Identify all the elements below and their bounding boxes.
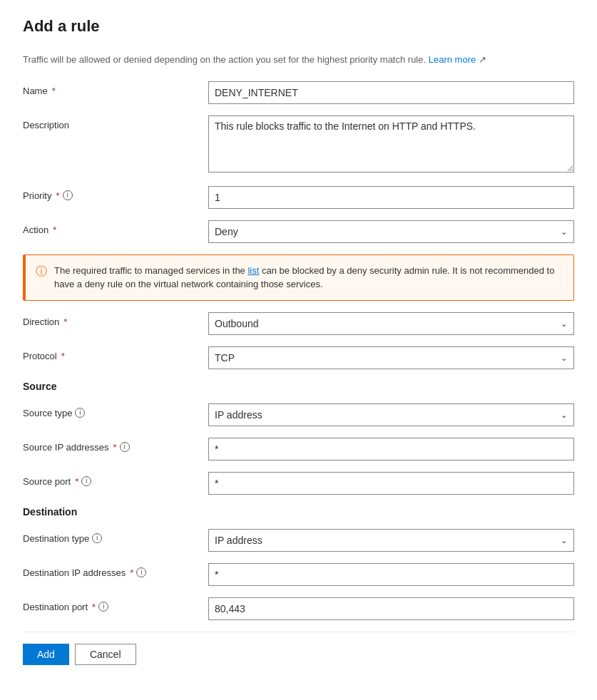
source-port-input[interactable] xyxy=(208,472,574,495)
destination-type-info-icon[interactable]: i xyxy=(92,533,102,543)
source-ip-input[interactable] xyxy=(208,438,574,460)
cancel-button[interactable]: Cancel xyxy=(75,644,136,665)
name-row: Name* xyxy=(23,81,574,104)
warning-text: The required traffic to managed services… xyxy=(54,264,563,292)
warning-list-link[interactable]: list xyxy=(248,265,259,276)
name-field-wrap xyxy=(208,81,574,104)
protocol-label: Protocol* xyxy=(23,346,208,361)
source-type-select[interactable]: IP address Service Tag xyxy=(208,403,574,426)
source-type-field-wrap: IP address Service Tag ⌄ xyxy=(208,403,574,426)
destination-port-label: Destination port* i xyxy=(23,597,208,612)
direction-row: Direction* Inbound Outbound ⌄ xyxy=(23,312,574,335)
destination-ip-input[interactable] xyxy=(208,563,574,586)
learn-more-link[interactable]: Learn more xyxy=(429,54,476,65)
destination-type-field-wrap: IP address Service Tag ⌄ xyxy=(208,529,574,552)
protocol-select[interactable]: Any TCP UDP ICMP xyxy=(208,346,574,369)
source-ip-field-wrap xyxy=(208,438,574,460)
protocol-field-wrap: Any TCP UDP ICMP ⌄ xyxy=(208,346,574,369)
direction-select[interactable]: Inbound Outbound xyxy=(208,312,574,335)
protocol-row: Protocol* Any TCP UDP ICMP ⌄ xyxy=(23,346,574,369)
destination-type-label: Destination type i xyxy=(23,529,208,544)
destination-port-field-wrap xyxy=(208,597,574,620)
priority-row: Priority* i xyxy=(23,186,574,209)
description-row: Description This rule blocks traffic to … xyxy=(23,115,574,175)
destination-type-select[interactable]: IP address Service Tag xyxy=(208,529,574,552)
description-field-wrap: This rule blocks traffic to the Internet… xyxy=(208,115,574,175)
destination-ip-row: Destination IP addresses* i xyxy=(23,563,574,586)
source-port-field-wrap xyxy=(208,472,574,495)
action-row: Action* Allow Deny Always Allow ⌄ xyxy=(23,220,574,243)
direction-field-wrap: Inbound Outbound ⌄ xyxy=(208,312,574,335)
page-title: Add a rule xyxy=(23,17,574,36)
action-select[interactable]: Allow Deny Always Allow xyxy=(208,220,574,243)
destination-ip-info-icon[interactable]: i xyxy=(136,567,146,577)
add-button[interactable]: Add xyxy=(23,644,69,665)
destination-port-input[interactable] xyxy=(208,597,574,620)
destination-type-row: Destination type i IP address Service Ta… xyxy=(23,529,574,552)
source-port-label: Source port* i xyxy=(23,472,208,487)
priority-info-icon[interactable]: i xyxy=(63,190,73,200)
description-input[interactable]: This rule blocks traffic to the Internet… xyxy=(208,115,574,173)
priority-field-wrap xyxy=(208,186,574,209)
direction-label: Direction* xyxy=(23,312,208,327)
source-section-header: Source xyxy=(23,381,574,392)
warning-box: ⓘ The required traffic to managed servic… xyxy=(23,254,574,301)
destination-port-row: Destination port* i xyxy=(23,597,574,620)
intro-text: Traffic will be allowed or denied depend… xyxy=(23,53,574,67)
source-type-label: Source type i xyxy=(23,403,208,418)
source-type-info-icon[interactable]: i xyxy=(75,408,85,418)
source-ip-info-icon[interactable]: i xyxy=(120,442,130,452)
action-field-wrap: Allow Deny Always Allow ⌄ xyxy=(208,220,574,243)
destination-ip-field-wrap xyxy=(208,563,574,586)
source-ip-row: Source IP addresses* i xyxy=(23,438,574,460)
source-type-row: Source type i IP address Service Tag ⌄ xyxy=(23,403,574,426)
description-label: Description xyxy=(23,115,208,130)
priority-label: Priority* i xyxy=(23,186,208,201)
action-label: Action* xyxy=(23,220,208,235)
destination-ip-label: Destination IP addresses* i xyxy=(23,563,208,578)
destination-section-header: Destination xyxy=(23,506,574,518)
source-port-info-icon[interactable]: i xyxy=(81,476,91,486)
source-ip-label: Source IP addresses* i xyxy=(23,438,208,453)
name-input[interactable] xyxy=(208,81,574,104)
destination-port-info-icon[interactable]: i xyxy=(98,602,108,612)
name-label: Name* xyxy=(23,81,208,96)
source-port-row: Source port* i xyxy=(23,472,574,495)
footer-buttons: Add Cancel xyxy=(23,632,574,665)
priority-input[interactable] xyxy=(208,186,574,209)
warning-icon: ⓘ xyxy=(36,264,47,279)
